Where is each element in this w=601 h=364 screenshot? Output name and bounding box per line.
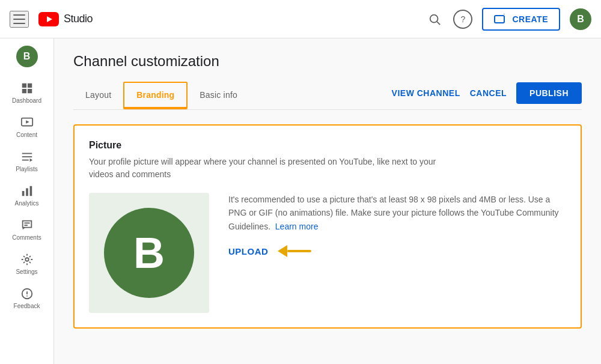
sidebar: B Dashboard Content Playlists Analytics … (0, 38, 54, 364)
arrow-head-icon (278, 245, 287, 257)
dashboard-icon (20, 82, 34, 95)
sidebar-item-content[interactable]: Content (5, 111, 49, 143)
sidebar-item-label-comments: Comments (12, 234, 41, 241)
main-layout: B Dashboard Content Playlists Analytics … (0, 38, 601, 364)
picture-info: It's recommended to use a picture that's… (228, 193, 566, 257)
svg-rect-13 (26, 188, 28, 196)
picture-avatar: B (104, 208, 194, 298)
sidebar-item-feedback[interactable]: Feedback (5, 282, 49, 314)
picture-rec-text: It's recommended to use a picture that's… (228, 193, 566, 233)
picture-content: B It's recommended to use a picture that… (89, 193, 566, 313)
upload-arrow (278, 245, 311, 257)
youtube-logo-icon (38, 12, 59, 26)
tab-branding-wrapper: Branding (123, 82, 188, 109)
cancel-button[interactable]: CANCEL (470, 88, 507, 98)
upload-area: UPLOAD (228, 245, 566, 257)
sidebar-item-label-dashboard: Dashboard (12, 97, 41, 104)
upload-button[interactable]: UPLOAD (228, 246, 268, 256)
sidebar-item-label-feedback: Feedback (14, 303, 40, 309)
sidebar-avatar-letter: B (23, 51, 31, 62)
svg-point-21 (26, 296, 28, 297)
tab-basic-info[interactable]: Basic info (188, 83, 249, 109)
create-video-icon: + (494, 14, 507, 25)
feedback-icon (20, 287, 34, 300)
help-button[interactable]: ? (453, 10, 472, 29)
sidebar-item-label-playlists: Playlists (16, 166, 38, 172)
avatar-letter: B (577, 14, 584, 25)
section-title: Picture (89, 140, 566, 151)
header: Studio ? + CREATE B (0, 0, 601, 38)
svg-point-2 (430, 14, 438, 22)
svg-rect-12 (22, 191, 24, 196)
sidebar-avatar-button[interactable]: B (16, 46, 38, 67)
svg-marker-7 (26, 120, 29, 124)
picture-section-card: Picture Your profile picture will appear… (73, 124, 582, 329)
svg-marker-11 (29, 159, 32, 162)
create-label: CREATE (512, 14, 548, 24)
tab-branding[interactable]: Branding (124, 83, 186, 109)
header-left: Studio (10, 11, 426, 28)
publish-button[interactable]: PUBLISH (516, 82, 582, 104)
sidebar-item-label-content: Content (16, 132, 37, 138)
header-right: ? + CREATE B (426, 8, 591, 31)
tabs-bar: Layout Branding Basic info VIEW CHANNEL … (73, 82, 582, 110)
search-button[interactable] (426, 10, 444, 28)
avatar-letter-preview: B (133, 228, 165, 278)
page-title: Channel customization (73, 53, 582, 70)
hamburger-menu-button[interactable] (10, 11, 29, 28)
svg-rect-14 (29, 186, 32, 196)
content-area: Channel customization Layout Branding Ba… (54, 38, 601, 364)
create-button[interactable]: + CREATE (482, 8, 560, 31)
settings-icon (20, 253, 34, 266)
sidebar-item-dashboard[interactable]: Dashboard (5, 77, 49, 109)
playlists-icon (20, 150, 34, 163)
svg-point-18 (25, 258, 29, 261)
section-description: Your profile picture will appear where y… (89, 156, 450, 181)
logo-area: Studio (38, 12, 93, 26)
svg-rect-4 (495, 16, 504, 23)
search-icon (428, 13, 441, 26)
tab-layout[interactable]: Layout (73, 83, 123, 109)
picture-preview: B (89, 193, 209, 313)
sidebar-item-label-analytics: Analytics (14, 200, 38, 207)
sidebar-item-settings[interactable]: Settings (5, 248, 49, 280)
content-icon (20, 116, 34, 129)
comments-icon (20, 219, 34, 232)
view-channel-button[interactable]: VIEW CHANNEL (392, 88, 460, 98)
tabs-actions: VIEW CHANNEL CANCEL PUBLISH (392, 82, 582, 109)
studio-label: Studio (64, 13, 93, 25)
sidebar-item-label-settings: Settings (16, 268, 37, 275)
tabs-left: Layout Branding Basic info (73, 82, 392, 109)
sidebar-item-playlists[interactable]: Playlists (5, 145, 49, 177)
svg-text:+: + (502, 14, 506, 16)
learn-more-link[interactable]: Learn more (275, 222, 319, 231)
analytics-icon (20, 184, 34, 198)
svg-line-3 (438, 22, 441, 25)
sidebar-item-comments[interactable]: Comments (5, 214, 49, 246)
sidebar-item-analytics[interactable]: Analytics (5, 180, 49, 211)
user-avatar-button[interactable]: B (570, 8, 591, 30)
arrow-body-icon (287, 250, 311, 252)
